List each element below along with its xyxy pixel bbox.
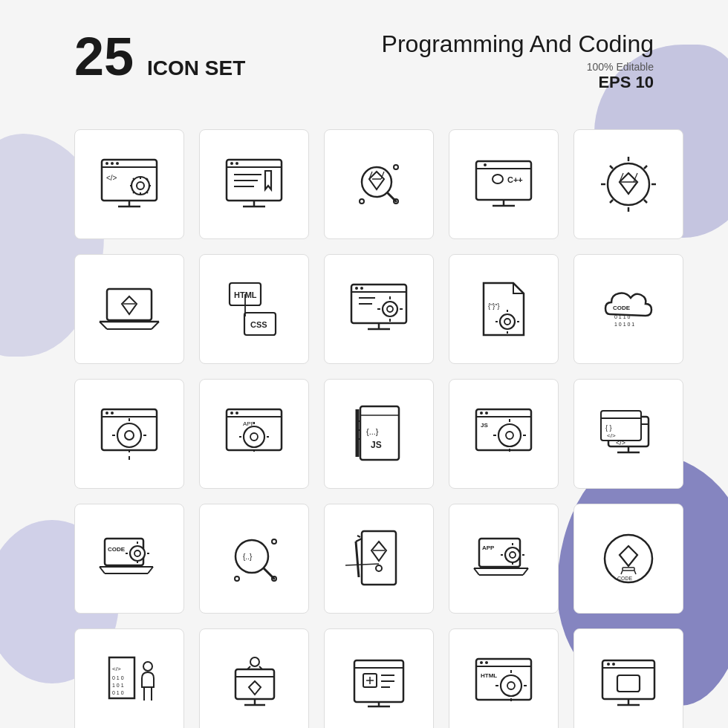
svg-point-84	[500, 314, 515, 329]
icon-laptop-diamond[interactable]	[74, 254, 184, 364]
svg-point-200	[250, 657, 259, 666]
svg-point-39	[484, 163, 487, 166]
icon-diamond-search[interactable]	[324, 129, 434, 239]
svg-point-159	[235, 576, 239, 581]
svg-line-13	[133, 192, 134, 193]
svg-line-173	[523, 568, 528, 575]
svg-point-114	[250, 433, 258, 441]
icon-person-diamond-monitor[interactable]	[199, 628, 309, 728]
svg-text:0 1 0: 0 1 0	[112, 675, 124, 680]
svg-line-147	[148, 567, 153, 573]
svg-marker-183	[620, 546, 637, 566]
header-right: Programming And Coding 100% Editable EPS…	[382, 30, 654, 92]
svg-rect-224	[602, 660, 654, 699]
svg-point-126	[485, 412, 488, 415]
svg-line-167	[357, 536, 360, 537]
svg-point-3	[111, 162, 114, 165]
svg-point-72	[360, 287, 363, 290]
icon-js-browser-gear[interactable]: JS	[449, 379, 559, 489]
svg-point-160	[272, 539, 276, 544]
icon-html-css[interactable]: HTML CSS	[199, 254, 309, 364]
svg-text:CODE: CODE	[108, 546, 126, 553]
icon-web-code-settings[interactable]: </>	[74, 129, 184, 239]
icon-code-search-magnifier[interactable]: {..}	[199, 504, 309, 614]
svg-line-185	[621, 571, 623, 574]
svg-point-89	[504, 319, 510, 325]
svg-text:JS: JS	[371, 440, 382, 450]
svg-text:</>: </>	[106, 174, 117, 182]
svg-point-44	[608, 163, 649, 205]
svg-point-165	[376, 565, 382, 571]
svg-line-59	[100, 322, 107, 329]
svg-point-15	[137, 182, 144, 189]
svg-text:CODE: CODE	[613, 305, 631, 311]
svg-point-215	[480, 661, 483, 664]
svg-point-226	[607, 663, 610, 666]
svg-point-223	[507, 682, 515, 689]
icon-code-monitor-stack[interactable]: { } </> { } </>	[573, 379, 683, 489]
svg-text:0 1 1 0: 0 1 1 0	[614, 314, 631, 319]
icon-browser-bookmark[interactable]	[199, 129, 309, 239]
icon-app-browser-gear[interactable]: APP	[199, 379, 309, 489]
svg-point-21	[235, 162, 238, 165]
svg-text:1 0 1: 1 0 1	[112, 683, 124, 688]
svg-line-50	[644, 200, 647, 203]
svg-text:{..}: {..}	[243, 553, 253, 561]
svg-point-96	[111, 412, 114, 415]
icon-html-browser-gear[interactable]: HTML	[449, 628, 559, 728]
svg-rect-228	[617, 675, 640, 692]
svg-text:{"}"}: {"}"}	[488, 302, 499, 310]
svg-rect-184	[623, 568, 634, 571]
icon-cpp-monitor[interactable]: C++	[449, 129, 559, 239]
svg-point-192	[143, 662, 152, 671]
icon-monitor-gear[interactable]	[324, 254, 434, 364]
svg-text:{  }: { }	[605, 424, 612, 432]
svg-line-12	[146, 192, 148, 193]
svg-point-20	[230, 162, 233, 165]
icon-browser-gear[interactable]	[74, 379, 184, 489]
svg-line-172	[474, 568, 479, 575]
svg-point-4	[116, 162, 119, 165]
icon-file-gear[interactable]: {"}"}	[449, 254, 559, 364]
svg-point-97	[117, 423, 141, 447]
svg-point-102	[125, 431, 134, 440]
icon-app-laptop-gear[interactable]: APP	[449, 504, 559, 614]
svg-point-2	[105, 162, 108, 165]
svg-rect-203	[354, 660, 403, 702]
svg-point-35	[394, 165, 398, 169]
svg-line-11	[133, 178, 134, 180]
icon-js-notebook[interactable]: {...} JS	[324, 379, 434, 489]
svg-text:C++: C++	[507, 175, 523, 184]
icon-diamond-gear[interactable]	[573, 129, 683, 239]
svg-point-176	[505, 547, 520, 562]
svg-text:{...}: {...}	[366, 427, 379, 436]
svg-text:CODE: CODE	[617, 576, 633, 581]
svg-line-14	[146, 178, 148, 180]
icon-bracket-monitor[interactable]	[573, 628, 683, 728]
icon-diamond-code-circle[interactable]: CODE	[573, 504, 683, 614]
svg-point-71	[355, 287, 358, 290]
svg-text:</>: </>	[607, 432, 616, 439]
svg-point-216	[485, 661, 488, 664]
icon-code-laptop-gear[interactable]: CODE	[74, 504, 184, 614]
header-editable: 100% Editable	[382, 61, 654, 73]
icon-cloud-code[interactable]: CODE 0 1 1 0 1 0 1 0 1	[573, 254, 683, 364]
svg-text:JS: JS	[481, 422, 488, 429]
header-number: 25	[74, 30, 134, 83]
icon-binary-code-person[interactable]: </> 0 1 0 1 0 1 0 1 0	[74, 628, 184, 728]
main-content: 25 ICON SET Programming And Coding 100% …	[0, 0, 728, 728]
svg-point-218	[501, 675, 521, 696]
header-left: 25 ICON SET	[74, 30, 245, 83]
svg-line-186	[634, 571, 636, 574]
icon-diamond-pencil-book[interactable]	[324, 504, 434, 614]
svg-marker-163	[371, 542, 386, 561]
svg-point-133	[506, 432, 513, 439]
icon-layout-browser[interactable]	[324, 628, 434, 728]
svg-point-109	[244, 426, 264, 447]
svg-line-146	[100, 567, 105, 573]
svg-text:1 0 1 0 1: 1 0 1 0 1	[614, 322, 634, 327]
header-icon-set-label: ICON SET	[147, 56, 245, 81]
svg-marker-62	[122, 296, 137, 314]
svg-rect-93	[102, 409, 157, 450]
svg-rect-40	[493, 175, 503, 183]
